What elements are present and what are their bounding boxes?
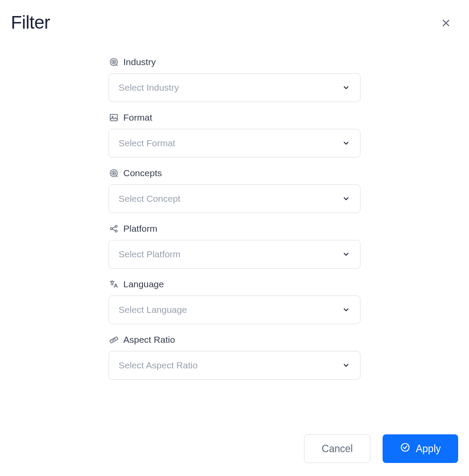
aspect-ratio-select[interactable]: Select Aspect Ratio: [109, 351, 360, 380]
svg-line-18: [112, 340, 112, 341]
industry-select[interactable]: Select Industry: [109, 73, 360, 102]
apply-button[interactable]: Apply: [383, 434, 458, 463]
chevron-down-icon: [342, 361, 350, 370]
share-icon: [109, 223, 119, 234]
dialog-footer: Cancel Apply: [304, 434, 458, 463]
aspect-ratio-label: Aspect Ratio: [123, 335, 175, 345]
language-label: Language: [123, 279, 164, 289]
close-icon: [441, 18, 451, 29]
concepts-label-row: Concepts: [109, 168, 360, 178]
aspect-ratio-placeholder: Select Aspect Ratio: [119, 360, 198, 371]
platform-select[interactable]: Select Platform: [109, 240, 360, 269]
language-select[interactable]: Select Language: [109, 295, 360, 324]
format-label-row: Format: [109, 112, 360, 123]
ruler-icon: [109, 335, 119, 345]
target-icon: [109, 57, 119, 67]
platform-label: Platform: [123, 223, 157, 234]
concepts-placeholder: Select Concept: [119, 194, 180, 204]
industry-placeholder: Select Industry: [119, 82, 179, 93]
cancel-button-label: Cancel: [322, 443, 353, 455]
close-button[interactable]: [439, 16, 453, 30]
chevron-down-icon: [342, 194, 350, 203]
svg-line-16: [112, 229, 116, 230]
dialog-header: Filter: [0, 0, 469, 33]
format-placeholder: Select Format: [119, 138, 175, 148]
format-label: Format: [123, 112, 152, 123]
chevron-down-icon: [342, 83, 350, 92]
aspect-ratio-field-group: Aspect Ratio Select Aspect Ratio: [109, 335, 360, 380]
language-label-row: Language: [109, 279, 360, 289]
cancel-button[interactable]: Cancel: [304, 434, 371, 463]
industry-label-row: Industry: [109, 57, 360, 67]
svg-line-5: [116, 65, 118, 66]
filter-fields-container: Industry Select Industry Format Selec: [109, 57, 360, 380]
svg-point-7: [112, 116, 113, 117]
format-field-group: Format Select Format: [109, 112, 360, 158]
concepts-select[interactable]: Select Concept: [109, 184, 360, 213]
apply-button-label: Apply: [416, 443, 441, 455]
svg-line-11: [116, 176, 118, 177]
chevron-down-icon: [342, 139, 350, 148]
target-icon: [109, 168, 119, 178]
svg-point-4: [113, 62, 115, 63]
concepts-label: Concepts: [123, 168, 162, 178]
language-field-group: Language Select Language: [109, 279, 360, 324]
check-circle-icon: [400, 442, 410, 455]
chevron-down-icon: [342, 250, 350, 259]
language-placeholder: Select Language: [119, 305, 187, 315]
platform-field-group: Platform Select Platform: [109, 223, 360, 269]
svg-point-10: [113, 173, 115, 174]
svg-point-21: [401, 443, 409, 451]
industry-field-group: Industry Select Industry: [109, 57, 360, 102]
svg-line-20: [115, 338, 116, 340]
industry-label: Industry: [123, 57, 156, 67]
platform-label-row: Platform: [109, 223, 360, 234]
format-select[interactable]: Select Format: [109, 129, 360, 158]
svg-line-19: [113, 339, 114, 341]
svg-line-15: [112, 227, 116, 228]
svg-rect-6: [110, 115, 118, 121]
chevron-down-icon: [342, 305, 350, 314]
translate-icon: [109, 279, 119, 289]
dialog-title: Filter: [11, 12, 50, 33]
concepts-field-group: Concepts Select Concept: [109, 168, 360, 213]
aspect-ratio-label-row: Aspect Ratio: [109, 335, 360, 345]
image-icon: [109, 112, 119, 123]
platform-placeholder: Select Platform: [119, 249, 180, 259]
